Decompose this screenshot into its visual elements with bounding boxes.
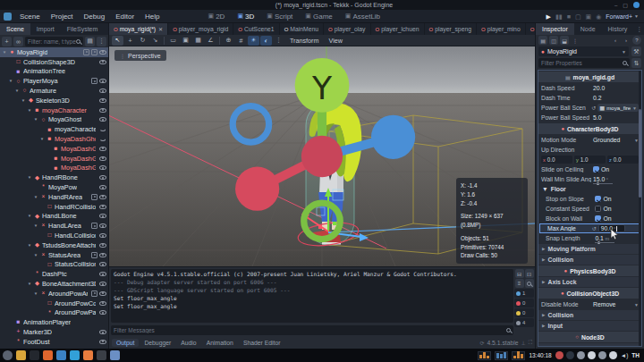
inspector-filter-input[interactable]	[541, 60, 623, 66]
tree-expand-icon[interactable]: ▼	[33, 291, 38, 296]
link-badge-icon[interactable]	[91, 252, 97, 258]
tree-expand-icon[interactable]: ▼	[27, 243, 32, 248]
dock-tab-scene[interactable]: Scene	[0, 23, 30, 35]
property-slide-on-ceiling[interactable]: Slide on CeilingOn	[538, 164, 641, 174]
taskbar-app-file-manager[interactable]	[16, 350, 26, 360]
taskbar-app-obs[interactable]	[97, 350, 106, 360]
keyboard-layout-indicator[interactable]: TH	[631, 352, 641, 358]
close-button[interactable]	[633, 2, 640, 8]
property-group-Floor[interactable]: ▼Floor	[538, 184, 641, 194]
tree-node-Skeleton3D[interactable]: ▼◆Skeleton3D	[0, 96, 108, 105]
cam-badge-icon[interactable]	[91, 78, 97, 84]
visibility-eye-icon[interactable]	[99, 301, 106, 306]
output-search-button[interactable]	[525, 279, 534, 288]
property-value[interactable]: 20.0	[593, 85, 639, 91]
instance-scene-button[interactable]: ∞	[13, 37, 23, 46]
workspace-assetlib[interactable]: ▣AssetLib	[341, 12, 385, 21]
tree-node-MoyaRigid[interactable]: ▼●MoyaRigid	[0, 47, 108, 57]
tree-node-FootDust[interactable]: *FootDust	[0, 337, 108, 347]
scene-tab-MainMenu[interactable]: OMainMenu	[280, 23, 324, 35]
tree-node-HandLBone[interactable]: ▼◆HandLBone	[0, 212, 108, 222]
history-back-button[interactable]: ‹	[611, 36, 620, 45]
workspace-3d[interactable]: ▣3D	[233, 12, 258, 21]
history-forward-button[interactable]: ›	[622, 36, 631, 45]
lock-icon[interactable]: ▣	[180, 36, 191, 46]
visibility-eye-icon[interactable]	[99, 243, 106, 248]
value-field-focused[interactable]: 90.0°	[598, 224, 625, 232]
menu-editor[interactable]: Editor	[111, 12, 139, 21]
visibility-eye-icon[interactable]	[99, 223, 106, 228]
visibility-eye-icon[interactable]	[99, 272, 106, 276]
visibility-eye-icon[interactable]	[99, 262, 106, 266]
load-resource-button[interactable]: ◫	[549, 36, 558, 45]
save-resource-button[interactable]: ⬓	[560, 36, 569, 45]
visibility-eye-icon[interactable]	[99, 253, 106, 257]
property-value[interactable]: Remove▼	[593, 301, 639, 307]
property-constant-speed[interactable]: Constant SpeedOn	[538, 204, 641, 214]
movie-maker-icon[interactable]: ◉	[596, 13, 601, 20]
property-group-Input[interactable]: ▶Input	[538, 321, 641, 331]
node-options-button[interactable]: ⚒	[631, 46, 641, 56]
taskbar-app-telegram[interactable]	[70, 350, 80, 360]
tree-node-Armature[interactable]: ▼○Armature	[0, 86, 108, 96]
tree-node-Marker3D[interactable]: +Marker3D	[0, 327, 108, 337]
tree-node-AroundPowParticle[interactable]: *AroundPowParticle	[0, 308, 108, 318]
tree-expand-icon[interactable]: ▼	[27, 214, 32, 218]
property-value[interactable]: 90.0°	[598, 224, 637, 232]
visibility-hidden-icon[interactable]	[99, 128, 106, 131]
link-badge-icon[interactable]	[91, 194, 97, 200]
tree-node-HandLArea[interactable]: ▼×HandLArea	[0, 221, 108, 231]
output-log[interactable]: Godot Engine v4.5.1.stable.official (c) …	[111, 269, 513, 323]
tree-node-HandRBone[interactable]: ▼◆HandRBone	[0, 173, 108, 182]
inspector-tools-button[interactable]: ⇅	[631, 58, 641, 68]
visibility-eye-icon[interactable]	[99, 175, 106, 180]
bottom-tab-animation[interactable]: Animation	[202, 339, 238, 347]
dock-tab-history[interactable]: History	[602, 23, 634, 35]
vector-x-field[interactable]: x0.0	[541, 156, 572, 164]
scene-tab-player-olay[interactable]: Oplayer_olay	[324, 23, 370, 35]
taskbar-app-code-editor[interactable]	[56, 350, 66, 360]
inspector-scrollbar[interactable]	[639, 71, 641, 346]
checkbox[interactable]	[595, 206, 601, 212]
property-value[interactable]: 15.0 °	[593, 176, 639, 182]
visibility-eye-icon[interactable]	[99, 233, 106, 238]
visibility-eye-icon[interactable]	[99, 340, 106, 344]
property-value[interactable]: On	[595, 215, 639, 222]
slider-value[interactable]: 15.0 °	[593, 176, 616, 182]
tree-expand-icon[interactable]: ▼	[27, 282, 32, 286]
tree-node-AnimationPlayer[interactable]: ■AnimationPlayer	[0, 317, 108, 327]
menu-debug[interactable]: Debug	[80, 12, 110, 21]
tree-node-StatusCollision[interactable]: □StatusCollision	[0, 260, 108, 270]
group-icon[interactable]: ▦	[192, 36, 204, 46]
dock-tab-import[interactable]: Import	[30, 23, 61, 35]
visibility-eye-icon[interactable]	[99, 156, 106, 161]
bottom-tab-debugger[interactable]: Debugger	[140, 339, 175, 347]
property-dash-time[interactable]: Dash Time0.2	[538, 93, 641, 103]
pause-button[interactable]: ▮▮	[555, 13, 563, 20]
scene-filter-input[interactable]	[28, 38, 76, 45]
property-stop-on-slope[interactable]: Stop on SlopeOn	[538, 194, 641, 204]
system-monitor-graph[interactable]	[512, 351, 525, 360]
workspace-game[interactable]: ▣Game	[301, 12, 336, 21]
vector-z-field[interactable]: z0.0	[607, 156, 639, 164]
visibility-eye-icon[interactable]	[99, 108, 106, 113]
resource-picker[interactable]: ▦moya_fire_p▼	[597, 104, 639, 112]
scale-tool[interactable]: ↘	[149, 36, 161, 46]
property-group-Collision[interactable]: ▶Collision	[538, 310, 641, 320]
property-value[interactable]: On	[593, 166, 639, 173]
script-badge-icon[interactable]	[91, 49, 97, 55]
tree-expand-icon[interactable]: ▼	[27, 108, 32, 113]
property-max-angle[interactable]: Max Angle↺90.0°	[539, 223, 640, 233]
preview-sun-toggle[interactable]: ☀	[248, 36, 259, 46]
visibility-eye-icon[interactable]	[99, 185, 106, 189]
scene-tab-player-lchuen[interactable]: Oplayer_lchuen	[371, 23, 425, 35]
visibility-eye-icon[interactable]	[99, 117, 106, 122]
volume-tray-icon[interactable]	[609, 351, 617, 359]
property-snap-length[interactable]: Snap Length0.1 m	[538, 233, 641, 243]
rotate-tool[interactable]: ↻	[137, 36, 148, 46]
pin-icon[interactable]: ⊥	[521, 340, 526, 346]
visibility-eye-icon[interactable]	[99, 50, 106, 55]
info-counter[interactable]: 4	[514, 318, 534, 327]
taskbar-app-firefox[interactable]	[43, 350, 53, 360]
tree-expand-icon[interactable]: ▼	[27, 175, 32, 180]
